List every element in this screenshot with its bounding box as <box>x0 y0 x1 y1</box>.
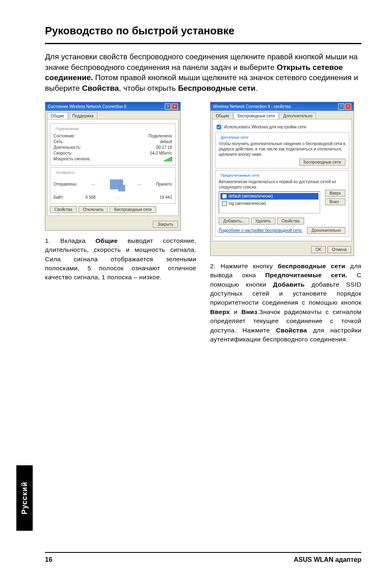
help-icon[interactable]: ? <box>165 103 171 110</box>
speed-value: 54,0 Мбит/с <box>150 151 172 155</box>
antenna-icon <box>222 194 227 199</box>
screenshot-properties-dialog: Wireless Network Connection 8 - свойства… <box>210 102 354 256</box>
activity-monitors-icon <box>110 180 123 189</box>
add-button[interactable]: Добавить... <box>219 218 249 224</box>
status-label: Состояние: <box>54 134 75 138</box>
tab-general[interactable]: Общие <box>212 112 233 119</box>
footer-text: ASUS WLAN адаптер <box>294 556 361 563</box>
network-label: Сеть: <box>54 139 64 144</box>
page-title: Руководство по быстрой установке <box>45 25 361 44</box>
intro-paragraph: Для установки свойств беспроводного соед… <box>45 52 361 94</box>
caption-2: 2. Нажмите кнопку беспроводные сети для … <box>210 262 361 344</box>
preferred-text: Автоматически подключаться к первой из д… <box>219 179 345 190</box>
disable-button[interactable]: Отключить <box>78 206 108 213</box>
tab-general[interactable]: Общие <box>47 112 68 119</box>
tab-wireless[interactable]: Беспроводные сети <box>234 112 278 119</box>
ok-button[interactable]: OK <box>311 246 326 253</box>
signal-bars-icon <box>164 157 172 162</box>
recv-label: Принято <box>156 182 172 186</box>
signal-label: Мощность сигнала: <box>54 157 90 162</box>
close-icon[interactable]: × <box>345 103 351 110</box>
help-icon[interactable]: ? <box>338 103 344 110</box>
group-available: Доступные сети: <box>220 135 250 139</box>
duration-value: 00:17:18 <box>156 145 172 150</box>
close-button[interactable]: Закрыть <box>153 221 178 228</box>
caption-1: 1. Вкладка Общие выводит состояние, длит… <box>45 236 196 282</box>
group-activity: Активность <box>54 171 76 175</box>
screenshot-status-dialog: Состояние Wireless Network Connection 8 … <box>45 102 181 231</box>
move-down-button[interactable]: Вниз <box>325 198 345 205</box>
move-up-button[interactable]: Вверх <box>325 190 345 197</box>
network-item-label: default (автоматически) <box>229 194 273 198</box>
sent-label: Отправлено <box>54 182 76 186</box>
duration-label: Длительность: <box>54 145 81 150</box>
tab-advanced[interactable]: Дополнительно <box>279 112 316 119</box>
use-windows-label: Использовать Windows для настройки сети <box>224 125 306 129</box>
group-preferred: Предпочитаемые сети: <box>220 173 261 177</box>
use-windows-checkbox-input[interactable] <box>217 125 221 129</box>
antenna-icon <box>222 201 227 206</box>
bytes-label: Байт: <box>54 195 64 200</box>
page-number: 16 <box>45 556 52 563</box>
use-windows-checkbox[interactable]: Использовать Windows для настройки сети <box>215 123 349 130</box>
view-wireless-button[interactable]: Беспроводные сети <box>299 159 345 166</box>
network-value: default <box>160 139 172 144</box>
remove-button[interactable]: Удалить <box>251 218 276 224</box>
network-item-default[interactable]: default (автоматически) <box>220 193 318 200</box>
network-item-label: ing (автоматически) <box>229 201 266 206</box>
close-icon[interactable]: × <box>172 103 178 110</box>
dialog1-title: Состояние Wireless Network Connection 8 <box>48 104 126 109</box>
group-connection: Подключение <box>54 127 80 131</box>
more-info-link[interactable]: Подробнее о настройке беспроводной сети. <box>219 228 303 233</box>
available-text: Чтобы получить дополнительные сведения о… <box>219 141 345 157</box>
speed-label: Скорость: <box>54 151 72 155</box>
bytes-recv: 19 441 <box>119 195 172 200</box>
properties-button[interactable]: Свойства <box>50 206 77 213</box>
language-label: Русский <box>20 482 29 514</box>
net-properties-button[interactable]: Свойства <box>277 218 304 224</box>
cancel-button[interactable]: Отмена <box>327 246 351 253</box>
bytes-sent: 6 588 <box>64 195 117 200</box>
tab-support[interactable]: Поддержка <box>69 112 97 119</box>
wireless-networks-button[interactable]: Беспроводные сети <box>110 206 156 213</box>
status-value: Подключено <box>148 134 172 138</box>
network-item-ing[interactable]: ing (автоматически) <box>220 200 318 207</box>
advanced-button[interactable]: Дополнительно <box>307 227 345 234</box>
dialog2-title: Wireless Network Connection 8 - свойства <box>213 104 291 109</box>
language-tab: Русский <box>16 465 33 531</box>
